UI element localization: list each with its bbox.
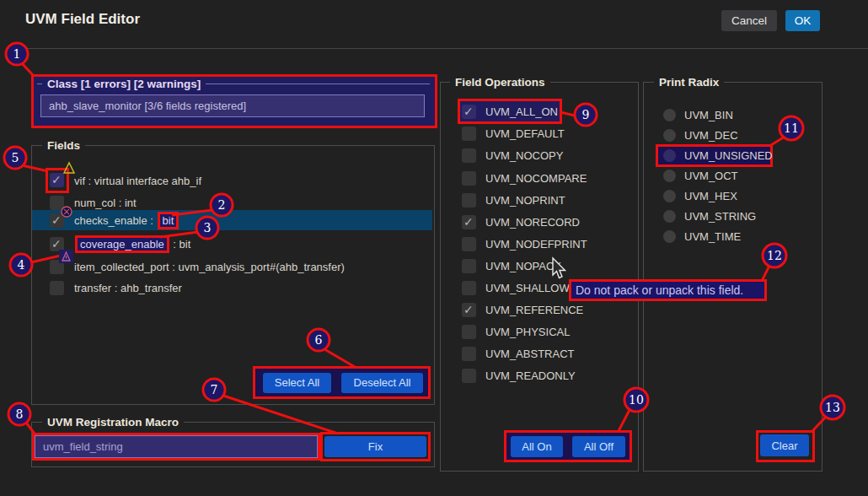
op-row-uvm-shallow[interactable]: UVM_SHALLOW [485,278,570,297]
field-row-vif[interactable]: vif : virtual interface ahb_if [74,171,201,190]
op-row-uvm-noprint[interactable]: UVM_NOPRINT [485,191,565,209]
annotation-box-select-buttons: Select All Deselect All [253,366,431,399]
print-radix-group-label: Print Radix [654,76,724,89]
annotation-box-bit-type: bit [158,212,179,229]
annotation-box-allon-alloff: All On All Off [504,430,632,462]
radio-uvm-bin[interactable] [663,109,676,121]
radio-uvm-dec[interactable] [663,129,676,142]
fields-group-label: Fields [42,139,85,152]
checkbox-item-collected-port[interactable] [50,260,64,274]
header-divider [15,48,868,49]
checkbox-checks-enable[interactable] [50,213,64,228]
radio-uvm-oct[interactable] [663,170,676,182]
select-all-button[interactable]: Select All [263,373,331,393]
macro-group-label: UVM Registration Macro [42,416,184,429]
radix-row-uvm-hex[interactable]: UVM_HEX [684,186,737,205]
checkbox-uvm-norecord[interactable] [462,215,476,229]
checkbox-num-col[interactable] [50,196,64,210]
class-group-label: Class [1 errors] [2 warnings] [42,78,206,90]
op-row-uvm-default[interactable]: UVM_DEFAULT [485,124,565,143]
radio-uvm-unsigned[interactable] [663,149,676,162]
checkbox-transfer[interactable] [50,281,64,295]
op-row-uvm-readonly[interactable]: UVM_READONLY [485,366,576,385]
radix-row-uvm-dec[interactable]: UVM_DEC [684,126,738,144]
annotation-box-fix-button: Fix [320,432,431,461]
op-row-uvm-abstract[interactable]: UVM_ABSTRACT [485,344,574,363]
clear-button[interactable]: Clear [760,434,809,456]
annotation-number-1: 1 [13,47,21,61]
op-row-uvm-nocopy[interactable]: UVM_NOCOPY [485,146,563,164]
annotation-number-13: 13 [825,401,840,414]
annotation-number-8: 8 [16,407,24,421]
checkbox-uvm-abstract[interactable] [462,347,476,361]
radio-uvm-time[interactable] [663,230,676,243]
class-name-field[interactable]: ahb_slave_monitor [3/6 fields registered… [40,94,425,117]
macro-input[interactable]: uvm_field_string [35,435,318,458]
all-on-button[interactable]: All On [511,436,563,457]
annotation-number-4: 4 [18,258,25,272]
radix-row-uvm-time[interactable]: UVM_TIME [684,227,741,245]
radix-row-uvm-unsigned[interactable]: UVM_UNSIGNED [684,146,773,164]
op-row-uvm-physical[interactable]: UVM_PHYSICAL [485,322,570,341]
ok-button[interactable]: OK [785,10,820,31]
op-row-uvm-nopack[interactable]: UVM_NOPACK [485,256,561,275]
checkbox-uvm-readonly[interactable] [462,369,476,383]
field-row-num-col[interactable]: num_col : int [74,193,137,212]
field-row-checks-enable[interactable]: checks_enable : bit [74,211,179,229]
annotation-number-5: 5 [12,151,19,164]
tooltip: Do not pack or unpack this field. [569,279,767,301]
checkbox-uvm-nodefprint[interactable] [462,237,476,251]
radix-row-uvm-oct[interactable]: UVM_OCT [684,166,738,185]
fix-button[interactable]: Fix [324,436,426,457]
checkbox-uvm-all-on[interactable] [462,105,476,119]
page-title: UVM Field Editor [25,11,140,28]
annotation-box-macro-input: uvm_field_string [32,433,320,461]
op-row-uvm-nodefprint[interactable]: UVM_NODEFPRINT [485,235,587,253]
uvm-field-editor-dialog: UVM Field Editor Cancel OK Class [1 erro… [0,0,868,496]
annotation-box-coverage-name: coverage_enable [75,235,169,253]
checkbox-uvm-shallow[interactable] [462,281,476,295]
checkbox-uvm-default[interactable] [462,127,476,141]
checkbox-uvm-nocopy[interactable] [462,148,476,163]
annotation-box-vif-checkbox [46,168,69,193]
checkbox-uvm-physical[interactable] [462,325,476,339]
op-row-uvm-reference[interactable]: UVM_REFERENCE [485,300,583,319]
radix-row-uvm-bin[interactable]: UVM_BIN [684,105,733,124]
class-groupbox: Class [1 errors] [2 warnings] ahb_slave_… [31,74,437,128]
checkbox-uvm-nocompare[interactable] [462,171,476,186]
field-operations-group-label: Field Operations [450,76,550,89]
op-row-uvm-nocompare[interactable]: UVM_NOCOMPARE [485,169,587,187]
all-off-button[interactable]: All Off [572,436,625,457]
checkbox-uvm-noprint[interactable] [462,193,476,208]
field-row-transfer[interactable]: transfer : ahb_transfer [74,278,182,297]
field-row-coverage-enable[interactable]: coverage_enable : bit [74,235,190,253]
radio-uvm-hex[interactable] [663,190,676,202]
checkbox-uvm-reference[interactable] [462,303,476,317]
op-row-uvm-norecord[interactable]: UVM_NORECORD [485,213,580,231]
checkbox-uvm-nopack[interactable] [462,259,476,273]
field-row-item-collected-port[interactable]: item_collected_port : uvm_analysis_port#… [74,257,345,276]
annotation-box-clear: Clear [756,430,815,462]
cancel-button[interactable]: Cancel [721,10,777,31]
deselect-all-button[interactable]: Deselect All [341,373,423,393]
radix-row-uvm-string[interactable]: UVM_STRING [684,207,756,225]
checkbox-coverage-enable[interactable] [50,237,64,251]
radio-uvm-string[interactable] [663,210,676,223]
op-row-uvm-all-on[interactable]: UVM_ALL_ON [485,102,558,121]
